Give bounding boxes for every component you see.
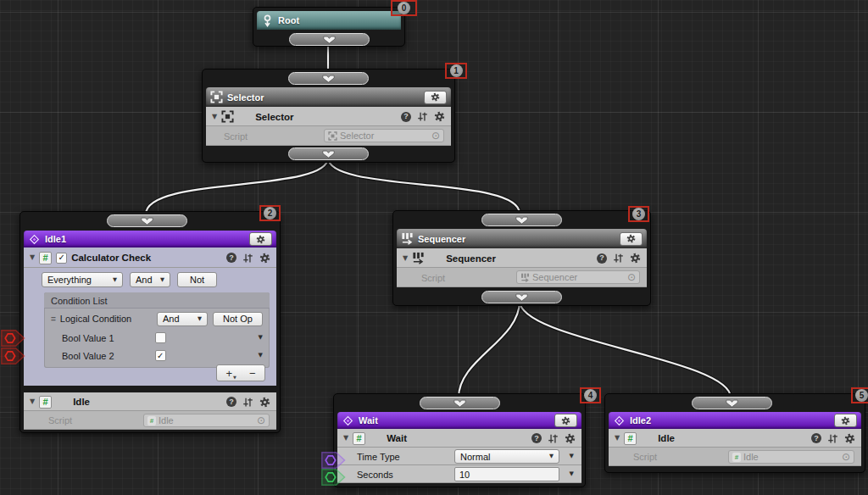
foldout-triangle[interactable]: ▼ [212,114,217,120]
help-icon[interactable]: ? [531,433,542,443]
object-picker-icon[interactable]: ⊙ [431,131,440,141]
selector-mini-icon [328,131,337,141]
time-type-dropdown[interactable]: Normal ▼ [454,449,559,464]
not-op-button[interactable]: Not Op [213,312,263,326]
object-picker-icon[interactable]: ⊙ [627,272,636,282]
node-selector[interactable]: Selector ▼ Selector ? Script Selector ⊙ [202,69,455,163]
preset-icon[interactable] [417,111,428,122]
gear-icon[interactable] [259,397,270,408]
gear-icon [841,416,850,425]
foldout-triangle[interactable]: ▼ [403,255,408,262]
foldout-triangle[interactable]: ▼ [615,435,620,442]
gear-icon[interactable] [630,253,641,264]
gear-icon[interactable] [565,433,576,444]
selector-gear-button[interactable] [424,91,447,104]
seconds-variable-connector[interactable] [321,469,346,486]
order-badge-4: 4 [580,387,601,403]
filter-dropdown[interactable]: Everything ▼ [42,272,123,287]
help-icon[interactable]: ? [226,397,236,407]
help-icon[interactable]: ? [226,253,236,263]
idle2-node-header[interactable]: Idle2 [609,412,861,429]
seconds-label: Seconds [357,470,393,480]
preset-icon[interactable] [613,253,624,264]
edge-sequencer-idle2 [520,301,731,398]
seconds-input[interactable] [454,467,559,481]
preset-icon[interactable] [548,433,559,444]
logical-operator-dropdown[interactable]: And ▼ [157,312,208,326]
preset-icon[interactable] [242,397,253,408]
bool-value-2-row: Bool Value 2 ✓ ▼ [44,347,270,364]
bool-value-1-checkbox[interactable] [155,332,166,343]
sequencer-out-connector[interactable] [481,291,562,303]
help-icon[interactable]: ? [401,112,411,122]
idle2-gear-button[interactable] [834,414,857,427]
sequencer-node-header[interactable]: Sequencer [397,229,647,248]
selector-in-connector[interactable] [288,72,369,85]
script-field-label: Script [48,415,72,425]
preset-icon[interactable] [242,253,253,264]
edge-sequencer-wait [459,301,520,398]
root-node-header[interactable]: Root [257,11,401,30]
shared-variable-arrow-icon[interactable]: ▼ [259,353,263,359]
wait-in-connector[interactable] [420,397,500,409]
conditional-title: Calculator Check [71,253,151,263]
wait-node-header[interactable]: Wait [337,412,581,429]
help-icon[interactable]: ? [597,253,607,264]
condition-list-title: Condition List [44,292,270,309]
gear-icon [626,234,636,243]
drag-handle-icon[interactable]: = [51,314,55,324]
shared-variable-arrow-icon[interactable]: ▼ [570,453,574,459]
selector-script-field[interactable]: Selector ⊙ [324,129,444,142]
foldout-triangle[interactable]: ▼ [30,254,35,261]
order-badge-2: 2 [259,205,281,221]
behavior-tree-canvas[interactable]: Root Selector ▼ Selector ? Script [0,0,868,495]
conditional-enabled-checkbox[interactable]: ✓ [56,253,67,264]
help-icon[interactable]: ? [811,433,821,443]
bool-value-2-variable-connector[interactable] [1,348,25,364]
selector-node-header[interactable]: Selector [206,87,451,107]
bool-value-1-variable-connector[interactable] [1,330,25,347]
preset-icon[interactable] [827,433,838,444]
sequencer-task-icon [412,252,425,264]
dropdown-arrow-icon: ▼ [544,453,554,459]
idle2-script-field[interactable]: # Idle ⊙ [728,450,854,464]
idle1-script-field[interactable]: # Idle ⊙ [143,414,270,427]
node-root[interactable]: Root [253,7,405,47]
selector-out-connector[interactable] [288,147,369,160]
sequencer-in-connector[interactable] [481,214,562,226]
sequencer-script-field[interactable]: Sequencer ⊙ [516,270,640,284]
idle2-in-connector[interactable] [692,397,772,409]
idle1-in-connector[interactable] [107,214,187,227]
foldout-triangle[interactable]: ▼ [343,435,348,442]
gear-icon[interactable] [434,111,445,122]
remove-condition-button[interactable]: − [249,367,256,380]
dropdown-arrow-icon: ▼ [155,277,164,283]
sequencer-gear-button[interactable] [620,232,643,246]
idle1-node-header[interactable]: Idle1 [24,231,276,248]
add-condition-button[interactable]: + ▼ [225,367,236,380]
script-hash-icon: # [353,432,365,445]
idle1-conditional-body: ▼ # ✓ Calculator Check ? Everything ▼ An… [24,248,276,386]
dropdown-arrow-icon: ▼ [108,277,117,283]
bool-value-2-checkbox[interactable]: ✓ [155,350,166,361]
object-picker-icon[interactable]: ⊙ [257,415,265,425]
sequencer-node-title: Sequencer [418,234,465,244]
foldout-triangle[interactable]: ▼ [30,398,35,405]
idle1-gear-button[interactable] [249,232,272,246]
gear-icon[interactable] [259,253,270,264]
node-wait[interactable]: Wait ▼ # Wait ? Time Type Normal ▼ ▼ Sec… [333,393,586,487]
object-picker-icon[interactable]: ⊙ [842,452,850,462]
operator-dropdown[interactable]: And ▼ [130,272,170,287]
root-out-connector[interactable] [289,33,370,46]
node-sequencer[interactable]: Sequencer ▼ Sequencer ? Script Sequencer… [392,210,651,306]
not-button[interactable]: Not [177,272,217,287]
idle2-inspector-title: Idle [658,433,675,443]
script-hash-icon: # [39,396,52,409]
node-idle1[interactable]: Idle1 ▼ # ✓ Calculator Check ? Everythin… [19,211,281,433]
shared-variable-arrow-icon[interactable]: ▼ [259,335,263,341]
time-type-variable-connector[interactable] [321,452,346,469]
wait-gear-button[interactable] [554,414,577,427]
shared-variable-arrow-icon[interactable]: ▼ [570,471,574,477]
gear-icon[interactable] [844,433,855,444]
node-idle2[interactable]: Idle2 ▼ # Idle ? Script # Idle ⊙ [604,393,865,473]
